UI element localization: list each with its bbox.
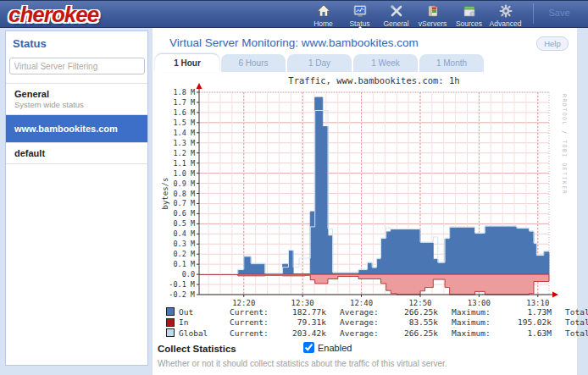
- svg-text:0.5 M: 0.5 M: [173, 219, 195, 228]
- svg-text:0.9 M: 0.9 M: [173, 179, 195, 188]
- vservers-icon: [414, 3, 451, 19]
- traffic-chart: 1.8 M1.7 M1.6 M1.5 M1.4 M1.3 M1.2 M1.1 M…: [158, 74, 576, 308]
- collect-statistics-description: Whether or not it should collect statist…: [158, 359, 447, 368]
- home-icon: [305, 3, 341, 19]
- enabled-label: Enabled: [318, 343, 352, 353]
- nav-item-vservers[interactable]: vServers: [414, 3, 451, 28]
- tab-1-month[interactable]: 1 Month: [419, 54, 484, 72]
- svg-text:0.1 M: 0.1 M: [173, 260, 195, 268]
- svg-text:1.8 M: 1.8 M: [173, 88, 195, 97]
- nav-item-status[interactable]: Status: [341, 3, 378, 28]
- tab-6-hours[interactable]: 6 Hours: [221, 54, 286, 72]
- svg-text:0.3 M: 0.3 M: [173, 240, 195, 248]
- sidebar-item-www-bambookites-com[interactable]: www.bambookites.com: [6, 115, 147, 143]
- svg-text:-0.1 M: -0.1 M: [169, 280, 195, 289]
- svg-text:1.0 M: 1.0 M: [173, 169, 195, 178]
- svg-text:0.8 M: 0.8 M: [173, 190, 195, 198]
- chart-legend: OutCurrent:182.77kAverage:266.25kMaximum…: [166, 306, 588, 339]
- cherokee-admin-page: cherokee HomeStatusGeneralvServersSource…: [0, 0, 588, 375]
- sidebar: Status GeneralSystem wide statuswww.bamb…: [5, 30, 148, 366]
- top-nav: HomeStatusGeneralvServersSourcesAdvanced: [305, 3, 524, 28]
- collect-statistics-label: Collect Statistics: [158, 344, 236, 354]
- status-icon: [341, 3, 378, 19]
- svg-text:1.5 M: 1.5 M: [173, 119, 195, 127]
- tab-1-week[interactable]: 1 Week: [353, 54, 418, 72]
- virtual-server-list: GeneralSystem wide statuswww.bambookites…: [6, 83, 147, 164]
- sidebar-item-default[interactable]: default: [6, 143, 147, 164]
- page-title: Virtual Server Monitoring: www.bambookit…: [169, 36, 419, 49]
- svg-text:-0.2 M: -0.2 M: [169, 290, 195, 299]
- nav-item-advanced[interactable]: Advanced: [487, 3, 524, 28]
- rrdtool-graph: 1.8 M1.7 M1.6 M1.5 M1.4 M1.3 M1.2 M1.1 M…: [158, 74, 576, 308]
- tab-1-hour[interactable]: 1 Hour: [155, 54, 219, 72]
- svg-text:1.7 M: 1.7 M: [173, 98, 195, 107]
- cherokee-logo: cherokee: [8, 2, 98, 28]
- collect-statistics-checkbox[interactable]: [303, 342, 314, 353]
- sidebar-item-general[interactable]: GeneralSystem wide status: [6, 84, 147, 115]
- advanced-icon: [487, 3, 524, 19]
- general-icon: [378, 3, 414, 19]
- svg-text:0.0: 0.0: [182, 270, 195, 278]
- nav-item-home[interactable]: Home: [305, 3, 341, 28]
- time-range-tabs: 1 Hour6 Hours1 Day1 Week1 Month: [155, 54, 485, 72]
- svg-text:1.2 M: 1.2 M: [173, 149, 195, 157]
- series-out: [199, 97, 549, 274]
- svg-text:1.6 M: 1.6 M: [173, 108, 195, 117]
- svg-text:0.2 M: 0.2 M: [173, 250, 195, 258]
- main-panel: Virtual Server Monitoring: www.bambookit…: [153, 28, 577, 375]
- legend-row-in: InCurrent:79.31kAverage:83.55kMaximum:19…: [166, 317, 588, 328]
- legend-row-global: GlobalCurrent:203.42kAverage:266.25kMaxi…: [166, 328, 588, 339]
- tab-1-day[interactable]: 1 Day: [287, 54, 352, 72]
- legend-swatch: [166, 307, 175, 316]
- svg-text:RRDTOOL / TOBI OETIKER: RRDTOOL / TOBI OETIKER: [561, 94, 568, 195]
- svg-text:bytes/s: bytes/s: [161, 178, 169, 210]
- svg-text:1.3 M: 1.3 M: [173, 139, 195, 147]
- top-bar: cherokee HomeStatusGeneralvServersSource…: [0, 0, 588, 28]
- legend-swatch: [166, 318, 175, 327]
- sources-icon: [451, 3, 487, 19]
- legend-row-out: OutCurrent:182.77kAverage:266.25kMaximum…: [166, 306, 588, 317]
- svg-text:0.4 M: 0.4 M: [173, 229, 195, 238]
- nav-item-general[interactable]: General: [378, 3, 414, 28]
- svg-text:0.6 M: 0.6 M: [173, 209, 195, 218]
- virtual-server-filter-input[interactable]: [9, 58, 145, 74]
- sidebar-title: Status: [6, 31, 147, 50]
- svg-text:Traffic, www.bambookites.com:: Traffic, www.bambookites.com: 1h: [288, 75, 459, 85]
- help-button[interactable]: Help: [536, 36, 569, 51]
- save-button[interactable]: Save: [542, 1, 576, 18]
- nav-separator: [533, 3, 534, 24]
- svg-text:1.1 M: 1.1 M: [173, 159, 195, 168]
- svg-text:1.4 M: 1.4 M: [173, 129, 195, 137]
- nav-item-sources[interactable]: Sources: [451, 3, 487, 28]
- svg-text:0.7 M: 0.7 M: [173, 199, 195, 207]
- legend-swatch: [166, 328, 175, 337]
